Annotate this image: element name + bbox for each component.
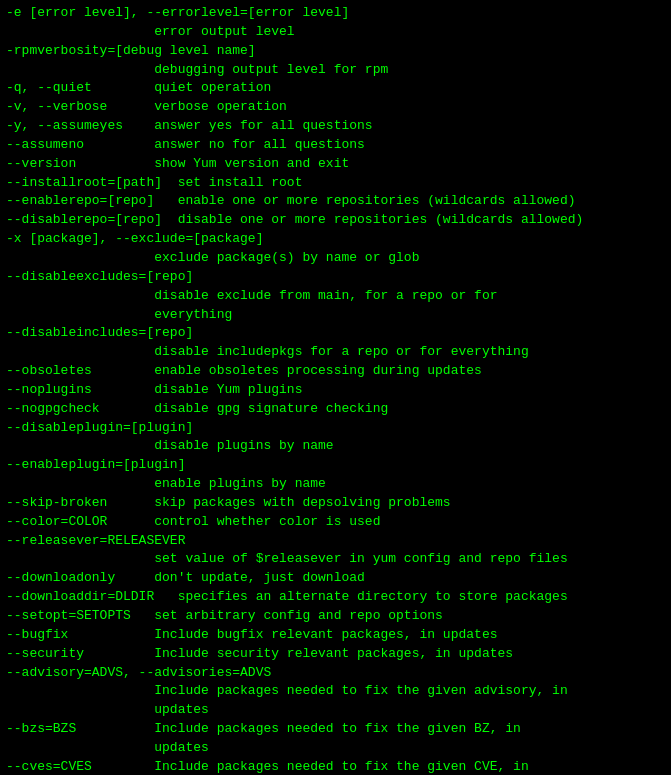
terminal-line: everything [6, 306, 665, 325]
terminal-line: --security Include security relevant pac… [6, 645, 665, 664]
terminal-line: --bzs=BZS Include packages needed to fix… [6, 720, 665, 739]
terminal-line: --nogpgcheck disable gpg signature check… [6, 400, 665, 419]
terminal-line: set value of $releasever in yum config a… [6, 550, 665, 569]
terminal-line: disable exclude from main, for a repo or… [6, 287, 665, 306]
terminal-line: updates [6, 701, 665, 720]
terminal-line: -rpmverbosity=[debug level name] [6, 42, 665, 61]
terminal-line: --enableplugin=[plugin] [6, 456, 665, 475]
terminal-line: --setopt=SETOPTS set arbitrary config an… [6, 607, 665, 626]
terminal-line: enable plugins by name [6, 475, 665, 494]
terminal-line: -x [package], --exclude=[package] [6, 230, 665, 249]
terminal-line: -q, --quiet quiet operation [6, 79, 665, 98]
terminal-line: --assumeno answer no for all questions [6, 136, 665, 155]
terminal-line: --disableincludes=[repo] [6, 324, 665, 343]
terminal-line: Include packages needed to fix the given… [6, 682, 665, 701]
terminal-line: --installroot=[path] set install root [6, 174, 665, 193]
terminal-line: --enablerepo=[repo] enable one or more r… [6, 192, 665, 211]
terminal-line: exclude package(s) by name or glob [6, 249, 665, 268]
terminal-line: --version show Yum version and exit [6, 155, 665, 174]
terminal-line: -y, --assumeyes answer yes for all quest… [6, 117, 665, 136]
terminal-window: -e [error level], --errorlevel=[error le… [0, 0, 671, 775]
terminal-line: error output level [6, 23, 665, 42]
terminal-line: disable plugins by name [6, 437, 665, 456]
terminal-line: --downloaddir=DLDIR specifies an alterna… [6, 588, 665, 607]
terminal-line: --noplugins disable Yum plugins [6, 381, 665, 400]
terminal-line: --obsoletes enable obsoletes processing … [6, 362, 665, 381]
terminal-line: --bugfix Include bugfix relevant package… [6, 626, 665, 645]
terminal-output: -e [error level], --errorlevel=[error le… [6, 4, 665, 775]
terminal-line: debugging output level for rpm [6, 61, 665, 80]
terminal-line: -e [error level], --errorlevel=[error le… [6, 4, 665, 23]
terminal-line: --releasever=RELEASEVER [6, 532, 665, 551]
terminal-line: --skip-broken skip packages with depsolv… [6, 494, 665, 513]
terminal-line: --downloadonly don't update, just downlo… [6, 569, 665, 588]
terminal-line: updates [6, 739, 665, 758]
terminal-line: --disableplugin=[plugin] [6, 419, 665, 438]
terminal-line: --disablerepo=[repo] disable one or more… [6, 211, 665, 230]
terminal-line: --color=COLOR control whether color is u… [6, 513, 665, 532]
terminal-line: -v, --verbose verbose operation [6, 98, 665, 117]
terminal-line: disable includepkgs for a repo or for ev… [6, 343, 665, 362]
terminal-line: --disableexcludes=[repo] [6, 268, 665, 287]
terminal-line: --advisory=ADVS, --advisories=ADVS [6, 664, 665, 683]
terminal-line: --cves=CVES Include packages needed to f… [6, 758, 665, 775]
